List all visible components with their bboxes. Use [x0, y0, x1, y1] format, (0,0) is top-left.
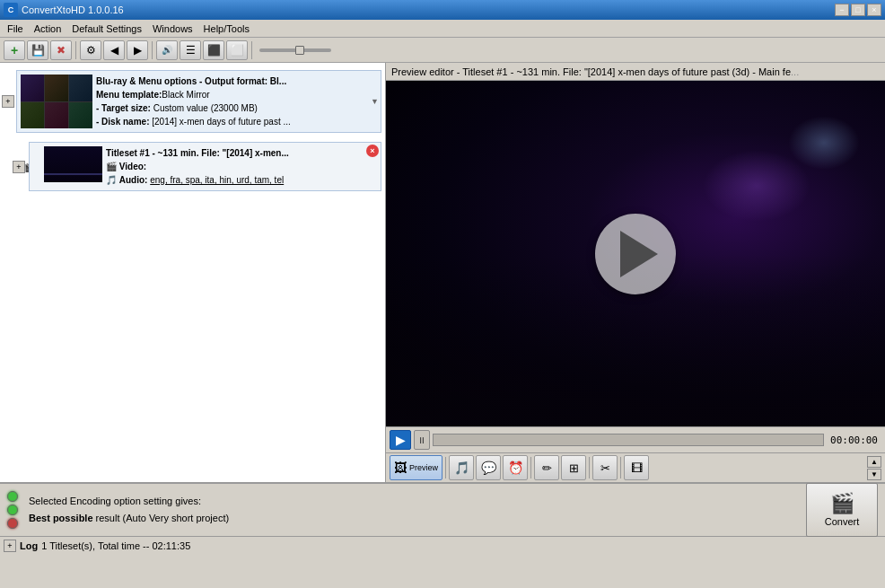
status-lights: [7, 491, 18, 529]
maximize-button[interactable]: □: [851, 4, 865, 16]
disk-name-value: [2014] x-men days of future past ...: [152, 117, 291, 127]
save-button[interactable]: 💾: [27, 40, 48, 60]
status-light-1: [7, 491, 18, 502]
right-panel: Preview editor - Titleset #1 - ~131 min.…: [386, 63, 885, 482]
toolbar: + 💾 ✖ ⚙ ◀ ▶ 🔊 ☰ ⬛ ⬜: [0, 38, 885, 63]
add-button[interactable]: +: [4, 40, 25, 60]
status-line-1: Selected Encoding option setting gives:: [29, 493, 799, 510]
project-info: Blu-ray & Menu options - Output format: …: [96, 75, 377, 128]
menu-template-value: Black Mirror: [162, 90, 209, 100]
preview-right-btns: ▲ ▼: [867, 456, 881, 480]
project-menu-template: Menu template:Black Mirror: [96, 88, 377, 101]
project-dropdown-arrow[interactable]: ▼: [371, 97, 379, 106]
back-button[interactable]: ◀: [103, 40, 125, 60]
titlebar-buttons: − □ ×: [835, 4, 881, 16]
menu-windows[interactable]: Windows: [147, 22, 198, 36]
tool-edit[interactable]: ✏: [534, 455, 559, 480]
time-display: 00:00:00: [827, 434, 881, 446]
menu-help-tools[interactable]: Help/Tools: [198, 22, 255, 36]
logbar: + Log 1 Titleset(s), Total time -- 02:11…: [0, 536, 885, 554]
scroll-up-btn[interactable]: ▲: [867, 456, 881, 468]
menubar: File Action Default Settings Windows Hel…: [0, 20, 885, 38]
audio-value: eng, fra, spa, ita, hin, urd, tam, tel: [150, 175, 284, 185]
view-button-2[interactable]: ⬛: [203, 40, 224, 60]
titleset-remove-button[interactable]: ×: [366, 145, 379, 157]
tool-music[interactable]: 🎵: [449, 455, 474, 480]
preview-header-text: Preview editor - Titleset #1 - ~131 min.…: [391, 66, 791, 77]
toolbar-sep-3: [251, 41, 252, 59]
project-expand-btn[interactable]: +: [2, 95, 14, 108]
menu-action[interactable]: Action: [29, 22, 67, 36]
audio-button[interactable]: 🔊: [156, 40, 178, 60]
log-label: Log: [20, 540, 38, 551]
log-status: 1 Titleset(s), Total time -- 02:11:35: [41, 540, 190, 551]
preview-tool-label: Preview: [409, 463, 438, 472]
convert-button[interactable]: 🎬 Convert: [806, 483, 878, 537]
titleset-title: Titleset #1 - ~131 min. File: "[2014] x-…: [106, 146, 377, 160]
left-panel: + Blu-ray & Menu options - Output form: [0, 63, 386, 482]
view-button-3[interactable]: ⬜: [226, 40, 248, 60]
scroll-down-btn[interactable]: ▼: [867, 469, 881, 480]
convert-icon: 🎬: [830, 494, 854, 513]
target-size-value: Custom value (23000 MB): [153, 103, 258, 113]
titleset-item-wrapper: + 🎬 Titleset #1 - ~131 min. File: "[2014…: [0, 138, 385, 195]
titleset-info: Titleset #1 - ~131 min. File: "[2014] x-…: [106, 146, 377, 187]
tool-preview[interactable]: 🖼 Preview: [390, 455, 442, 480]
tool-scissors[interactable]: ✂: [592, 455, 618, 480]
status-rest: result (Auto Very short project): [93, 513, 230, 523]
play-triangle: [620, 231, 658, 277]
titleset-item: Titleset #1 - ~131 min. File: "[2014] x-…: [29, 142, 381, 191]
titleset-expand-btn[interactable]: +: [13, 161, 25, 173]
log-expand-btn[interactable]: +: [4, 540, 16, 552]
preview-tool-icon: 🖼: [394, 461, 407, 475]
close-button[interactable]: ×: [867, 4, 881, 16]
audio-label: Audio:: [119, 175, 148, 185]
play-ctrl-button[interactable]: ▶: [390, 430, 411, 450]
audio-icon: 🎵: [106, 175, 117, 185]
menu-template-label: Menu template:: [96, 90, 162, 100]
toolbar-sep-1: [75, 41, 76, 59]
preview-toolbar: 🖼 Preview 🎵 💬 ⏰ ✏ ⊞ ✂ 🎞 ▲ ▼: [386, 452, 885, 482]
tool-sep-4: [620, 457, 621, 478]
disk-name-label: - Disk name:: [96, 117, 152, 127]
preview-header: Preview editor - Titleset #1 - ~131 min.…: [386, 63, 885, 81]
minimize-button[interactable]: −: [835, 4, 849, 16]
titlebar: C ConvertXtoHD 1.0.0.16 − □ ×: [0, 0, 885, 20]
target-size-label: - Target size:: [96, 103, 153, 113]
titleset-audio: 🎵 Audio: eng, fra, spa, ita, hin, urd, t…: [106, 173, 377, 187]
status-light-3: [7, 518, 18, 529]
app-icon: C: [4, 3, 18, 17]
forward-button[interactable]: ▶: [127, 40, 148, 60]
settings-button[interactable]: ⚙: [80, 40, 101, 60]
status-line-2: Best possible result (Auto Very short pr…: [29, 510, 799, 527]
tool-film[interactable]: 🎞: [624, 455, 649, 480]
tool-clock[interactable]: ⏰: [503, 455, 528, 480]
pause-ctrl-button[interactable]: ⏸: [414, 430, 430, 450]
tool-grid[interactable]: ⊞: [561, 455, 586, 480]
status-bold: Best possible: [29, 513, 93, 523]
play-button[interactable]: [595, 214, 676, 294]
titleset-video: 🎬 Video:: [106, 160, 377, 173]
video-icon: 🎬: [106, 162, 117, 171]
menu-view-button[interactable]: ☰: [180, 40, 201, 60]
project-target-size: - Target size: Custom value (23000 MB): [96, 101, 377, 115]
progress-bar[interactable]: [433, 434, 824, 446]
preview-video[interactable]: [386, 81, 885, 426]
preview-header-more: ...: [791, 66, 799, 77]
project-thumbnail: [21, 75, 92, 128]
slider-thumb: [295, 46, 304, 55]
preview-controls: ▶ ⏸ 00:00:00: [386, 426, 885, 452]
status-light-2: [7, 505, 18, 515]
menu-file[interactable]: File: [2, 22, 29, 36]
remove-button[interactable]: ✖: [50, 40, 72, 60]
main-layout: + Blu-ray & Menu options - Output form: [0, 63, 885, 482]
toolbar-slider[interactable]: [259, 48, 331, 52]
project-disk-name: - Disk name: [2014] x-men days of future…: [96, 115, 377, 128]
titleset-thumbnail: [44, 146, 102, 182]
app-title: ConvertXtoHD 1.0.0.16: [22, 4, 835, 15]
menu-default-settings[interactable]: Default Settings: [66, 22, 147, 36]
project-item: Blu-ray & Menu options - Output format: …: [16, 70, 381, 133]
tool-subtitle[interactable]: 💬: [476, 455, 501, 480]
tool-sep-3: [589, 457, 590, 478]
project-title: Blu-ray & Menu options - Output format: …: [96, 75, 377, 88]
